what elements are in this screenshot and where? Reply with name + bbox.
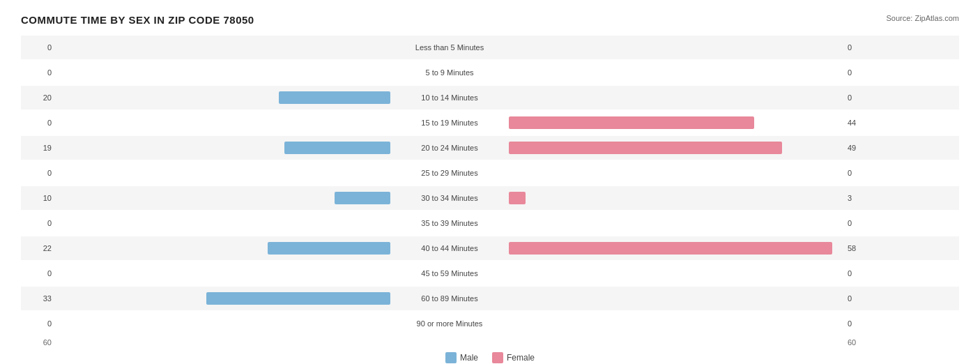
male-value: 0: [21, 68, 56, 77]
axis-left-label: 60: [21, 338, 56, 347]
chart-row: 0 35 to 39 Minutes 0: [21, 211, 959, 235]
row-label: 10 to 14 Minutes: [390, 93, 509, 102]
chart-row: 33 60 to 89 Minutes 0: [21, 287, 959, 310]
male-bar-container: [56, 217, 390, 229]
male-value: 19: [21, 144, 56, 152]
chart-title: COMMUTE TIME BY SEX IN ZIP CODE 78050: [21, 14, 254, 26]
female-value: 0: [843, 319, 878, 328]
female-bar-container: [509, 267, 843, 280]
row-label: 45 to 59 Minutes: [390, 269, 509, 278]
male-bar: [279, 91, 390, 104]
male-value: 20: [21, 93, 56, 102]
male-value: 22: [21, 244, 56, 252]
male-bar-container: [56, 66, 390, 79]
female-value: 49: [843, 144, 878, 152]
female-value: 0: [843, 269, 878, 278]
legend-male: Male: [445, 352, 478, 363]
male-bar-container: [56, 142, 390, 154]
female-value: 0: [843, 93, 878, 102]
row-label: 40 to 44 Minutes: [390, 244, 509, 252]
row-label: 30 to 34 Minutes: [390, 194, 509, 202]
female-value: 0: [843, 169, 878, 177]
male-value: 0: [21, 219, 56, 227]
male-bar-container: [56, 192, 390, 204]
chart-row: 0 45 to 59 Minutes 0: [21, 261, 959, 285]
male-bar: [335, 192, 390, 204]
chart-row: 19 20 to 24 Minutes 49: [21, 136, 959, 160]
row-label: 5 to 9 Minutes: [390, 68, 509, 77]
row-label: 35 to 39 Minutes: [390, 219, 509, 227]
female-bar-container: [509, 292, 843, 305]
male-value: 0: [21, 269, 56, 278]
female-bar-container: [509, 167, 843, 179]
male-bar-container: [56, 116, 390, 129]
male-bar-container: [56, 91, 390, 104]
chart-row: 0 90 or more Minutes 0: [21, 312, 959, 335]
female-value: 0: [843, 68, 878, 77]
male-value: 0: [21, 319, 56, 328]
chart-row: 10 30 to 34 Minutes 3: [21, 186, 959, 210]
chart-row: 20 10 to 14 Minutes 0: [21, 86, 959, 109]
male-bar-container: [56, 267, 390, 280]
male-bar: [284, 142, 390, 154]
chart-row: 0 Less than 5 Minutes 0: [21, 36, 959, 59]
chart-row: 0 5 to 9 Minutes 0: [21, 61, 959, 84]
male-swatch: [445, 352, 457, 363]
female-bar-container: [509, 242, 843, 255]
male-bar-container: [56, 167, 390, 179]
legend: Male Female: [21, 352, 959, 363]
female-swatch: [492, 352, 503, 363]
male-value: 0: [21, 169, 56, 177]
female-bar-container: [509, 317, 843, 330]
row-label: 60 to 89 Minutes: [390, 294, 509, 303]
female-bar-container: [509, 217, 843, 229]
row-label: 90 or more Minutes: [390, 319, 509, 328]
legend-female: Female: [492, 352, 535, 363]
female-bar-container: [509, 142, 843, 154]
female-value: 3: [843, 194, 878, 202]
male-label: Male: [460, 353, 478, 363]
source-label: Source: ZipAtlas.com: [886, 14, 959, 22]
male-bar-container: [56, 317, 390, 330]
female-value: 0: [843, 219, 878, 227]
female-bar: [509, 242, 832, 255]
female-bar-container: [509, 116, 843, 129]
female-bar: [509, 192, 526, 204]
row-label: Less than 5 Minutes: [390, 43, 509, 52]
female-value: 44: [843, 119, 878, 127]
female-bar: [509, 116, 754, 129]
female-bar-container: [509, 192, 843, 204]
female-value: 0: [843, 294, 878, 303]
female-bar-container: [509, 41, 843, 54]
chart-row: 0 25 to 29 Minutes 0: [21, 161, 959, 185]
row-label: 15 to 19 Minutes: [390, 119, 509, 127]
female-bar-container: [509, 66, 843, 79]
chart-row: 22 40 to 44 Minutes 58: [21, 236, 959, 260]
male-bar-container: [56, 292, 390, 305]
row-label: 25 to 29 Minutes: [390, 169, 509, 177]
female-label: Female: [507, 353, 535, 363]
female-value: 58: [843, 244, 878, 252]
female-value: 0: [843, 43, 878, 52]
male-value: 0: [21, 119, 56, 127]
axis-right-label: 60: [843, 338, 878, 347]
male-bar-container: [56, 242, 390, 255]
female-bar-container: [509, 91, 843, 104]
female-bar: [509, 142, 782, 154]
male-value: 0: [21, 43, 56, 52]
row-label: 20 to 24 Minutes: [390, 144, 509, 152]
male-bar: [206, 292, 390, 305]
male-bar: [268, 242, 390, 255]
male-value: 33: [21, 294, 56, 303]
axis-row: 60 60: [21, 338, 959, 347]
chart-row: 0 15 to 19 Minutes 44: [21, 111, 959, 135]
male-value: 10: [21, 194, 56, 202]
male-bar-container: [56, 41, 390, 54]
chart-area: 0 Less than 5 Minutes 0 0 5 to 9 Minutes…: [21, 36, 959, 363]
